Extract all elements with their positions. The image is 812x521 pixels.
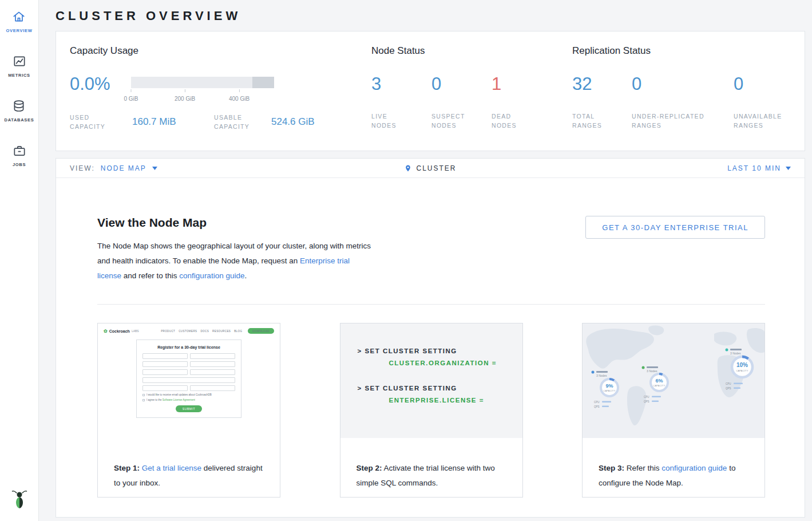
unavailable-ranges-stat: 0 UNAVAILABLE RANGES — [734, 74, 782, 130]
cockroach-logo — [11, 489, 27, 512]
used-capacity-value: 160.7 MiB — [132, 116, 176, 128]
svg-text:CPU: CPU — [594, 401, 600, 404]
live-nodes-stat: 3 LIVE NODES — [371, 74, 431, 130]
under-replicated-ranges-stat: 0 UNDER-REPLICATED RANGES — [632, 74, 734, 130]
svg-text:QPS: QPS — [726, 387, 731, 390]
chevron-down-icon — [152, 167, 157, 170]
configuration-guide-link-step3[interactable]: configuration guide — [662, 464, 727, 472]
sidebar-item-label: METRICS — [8, 73, 30, 78]
svg-text:6%: 6% — [655, 378, 663, 384]
used-capacity-stat: USED CAPACITY 160.7 MiB — [70, 113, 214, 131]
total-ranges-stat: 32 TOTAL RANGES — [572, 74, 632, 130]
location-pin-icon — [404, 164, 411, 173]
sidebar-item-metrics[interactable]: METRICS — [8, 54, 30, 78]
view-selector-dropdown[interactable]: VIEW: NODE MAP — [70, 164, 157, 172]
setup-steps: ✿ Cockroach LABS PRODUCT CUSTOMERS DOCS … — [56, 305, 805, 517]
node-status-section: Node Status 3 LIVE NODES 0 SUSPECT NODE — [371, 45, 572, 137]
registration-page-screenshot: ✿ Cockroach LABS PRODUCT CUSTOMERS DOCS … — [98, 323, 280, 438]
svg-text:CPU: CPU — [644, 396, 649, 398]
sidebar-item-label: DATABASES — [5, 117, 34, 123]
replication-status-section: Replication Status 32 TOTAL RANGES 0 UND… — [572, 45, 791, 137]
capacity-usage-section: Capacity Usage 0.0% 0 GiB 200 GiB — [70, 45, 371, 137]
capacity-axis: 0 GiB 200 GiB 400 GiB — [131, 88, 274, 101]
svg-text:10%: 10% — [736, 362, 748, 368]
usable-capacity-value: 524.6 GiB — [271, 116, 315, 128]
enterprise-trial-button[interactable]: GET A 30-DAY ENTERPRISE TRIAL — [585, 216, 765, 239]
svg-text:CPU: CPU — [726, 382, 731, 385]
admin-ui: OVERVIEW METRICS DATABASES JOBS — [0, 0, 812, 521]
database-icon — [11, 98, 26, 113]
metrics-icon — [12, 54, 27, 69]
capacity-usage-title: Capacity Usage — [70, 45, 371, 57]
sidebar-item-label: JOBS — [13, 162, 26, 167]
capacity-used-percent: 0.0% — [70, 74, 131, 101]
sql-commands-preview: > SET CLUSTER SETTING CLUSTER.ORGANIZATI… — [340, 323, 522, 438]
node-map-description: The Node Map shows the geographical layo… — [97, 239, 372, 283]
mini-download-button: DOWNLOAD — [248, 328, 274, 334]
mini-cockroach-logo: ✿ Cockroach LABS — [104, 329, 139, 334]
step-2-card: > SET CLUSTER SETTING CLUSTER.ORGANIZATI… — [340, 323, 523, 498]
configuration-guide-link[interactable]: configuration guide — [179, 271, 244, 280]
dead-nodes-stat: 1 DEAD NODES — [492, 74, 552, 130]
usable-capacity-stat: USABLE CAPACITY 524.6 GiB — [214, 113, 315, 131]
briefcase-icon — [12, 143, 27, 158]
sidebar: OVERVIEW METRICS DATABASES JOBS — [0, 0, 39, 521]
svg-text:3 Nodes: 3 Nodes — [596, 374, 607, 377]
sidebar-item-jobs[interactable]: JOBS — [12, 143, 27, 167]
chevron-down-icon — [786, 167, 791, 170]
step-1-card: ✿ Cockroach LABS PRODUCT CUSTOMERS DOCS … — [97, 323, 280, 498]
node-map-preview-image: 3 Nodes 9% CAPACITY CPU QPS — [583, 323, 765, 438]
svg-text:3 Nodes: 3 Nodes — [730, 352, 741, 355]
time-range-value: LAST 10 MIN — [727, 164, 781, 172]
home-icon — [11, 9, 26, 24]
cluster-summary-panel: Capacity Usage 0.0% 0 GiB 200 GiB — [56, 31, 805, 151]
node-map-heading: View the Node Map — [97, 216, 585, 230]
scope-breadcrumb[interactable]: CLUSTER — [404, 164, 456, 173]
node-map-panel: VIEW: NODE MAP CLUSTER LAST 10 MIN — [56, 158, 805, 518]
step-3-card: 3 Nodes 9% CAPACITY CPU QPS — [582, 323, 765, 498]
view-bar: VIEW: NODE MAP CLUSTER LAST 10 MIN — [56, 159, 805, 178]
main-content: CLUSTER OVERVIEW Capacity Usage 0.0% 0 G… — [39, 0, 812, 521]
time-range-dropdown[interactable]: LAST 10 MIN — [727, 164, 791, 172]
view-value: NODE MAP — [101, 164, 146, 172]
node-status-title: Node Status — [371, 45, 572, 57]
axis-tick: 0 GiB — [124, 88, 138, 103]
step-2-caption: Step 2: Activate the trial license with … — [340, 446, 522, 491]
step-1-caption: Step 1: Get a trial license delivered st… — [98, 446, 280, 491]
mini-registration-form: Register for a 30-day trial license — [136, 340, 241, 418]
capacity-bar — [131, 77, 274, 88]
axis-tick: 200 GiB — [175, 88, 195, 103]
mini-site-nav: PRODUCT CUSTOMERS DOCS RESOURCES BLOG DO… — [161, 328, 274, 334]
capacity-bar-reserved-segment — [252, 77, 274, 88]
svg-text:CAPACITY: CAPACITY — [736, 370, 748, 372]
svg-text:CAPACITY: CAPACITY — [653, 385, 665, 387]
axis-tick: 400 GiB — [229, 88, 249, 103]
mini-submit-button: SUBMIT — [176, 405, 203, 412]
view-label: VIEW: — [70, 164, 95, 172]
sidebar-item-databases[interactable]: DATABASES — [5, 98, 34, 123]
get-trial-license-link[interactable]: Get a trial license — [142, 464, 201, 472]
sidebar-item-label: OVERVIEW — [6, 28, 33, 33]
suspect-nodes-stat: 0 SUSPECT NODES — [431, 74, 492, 130]
capacity-bar-chart: 0 GiB 200 GiB 400 GiB — [131, 74, 274, 101]
svg-text:QPS: QPS — [594, 405, 600, 408]
page-title: CLUSTER OVERVIEW — [56, 9, 805, 23]
svg-text:CAPACITY: CAPACITY — [603, 390, 615, 392]
step-3-caption: Step 3: Refer this configuration guide t… — [583, 446, 765, 491]
svg-text:3 Nodes: 3 Nodes — [647, 369, 657, 373]
replication-status-title: Replication Status — [572, 45, 791, 57]
scope-label: CLUSTER — [416, 164, 456, 172]
sidebar-item-overview[interactable]: OVERVIEW — [6, 9, 33, 33]
svg-text:QPS: QPS — [644, 400, 649, 403]
svg-text:9%: 9% — [605, 383, 613, 389]
